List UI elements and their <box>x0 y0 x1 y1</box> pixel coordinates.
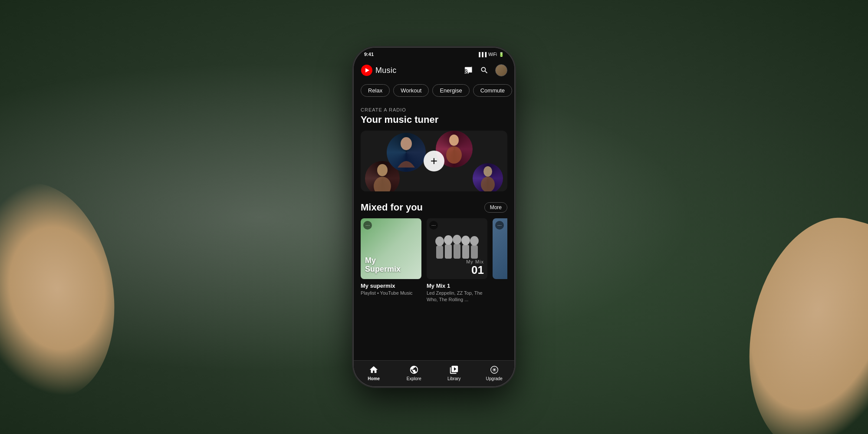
svg-point-6 <box>446 146 462 164</box>
radio-banner[interactable]: + <box>361 131 507 191</box>
status-time: 9:41 <box>364 52 374 57</box>
svg-point-4 <box>401 137 412 150</box>
mix1-subtitle: Led Zeppelin, ZZ Top, The Who, The Rolli… <box>427 290 487 303</box>
card-mix1[interactable]: ⋯ <box>427 218 487 303</box>
chip-relax[interactable]: Relax <box>361 84 390 97</box>
svg-point-8 <box>481 177 495 192</box>
nav-home[interactable]: Home <box>354 365 394 381</box>
phone-shell: 9:41 ▐▐▐ WiFi 🔋 Music <box>354 48 514 386</box>
nav-library-label: Library <box>447 376 461 381</box>
svg-rect-18 <box>471 245 478 259</box>
app-title: Music <box>375 66 397 75</box>
person-silhouette-2 <box>387 133 426 172</box>
svg-point-7 <box>483 166 492 177</box>
phone-screen: 9:41 ▐▐▐ WiFi 🔋 Music <box>354 48 514 386</box>
supermix-title: My supermix <box>361 283 421 289</box>
nav-library[interactable]: Library <box>434 365 474 381</box>
person-silhouette-4 <box>473 163 503 191</box>
notch <box>408 48 460 60</box>
svg-rect-10 <box>436 246 443 259</box>
svg-point-9 <box>435 237 444 246</box>
supermix-dot-menu[interactable]: ⋯ <box>363 221 372 230</box>
mix1-title: My Mix 1 <box>427 283 487 289</box>
vinyl-4 <box>473 163 503 191</box>
chip-workout[interactable]: Workout <box>393 84 429 97</box>
more-button[interactable]: More <box>484 202 507 213</box>
supermix-thumb: ⋯ My Supermix <box>361 218 421 279</box>
create-radio-button[interactable]: + <box>424 151 444 171</box>
radio-section: CREATE A RADIO Your music tuner <box>354 100 514 195</box>
status-icons: ▐▐▐ WiFi 🔋 <box>477 52 504 57</box>
mix1-number: 01 <box>466 264 484 276</box>
cast-button[interactable] <box>464 66 473 75</box>
mix1-thumb: ⋯ <box>427 218 487 279</box>
mix2-dot-menu[interactable]: ⋯ <box>495 221 504 230</box>
radio-title: Your music tuner <box>361 114 507 125</box>
main-content[interactable]: CREATE A RADIO Your music tuner <box>354 100 514 375</box>
svg-rect-12 <box>445 244 452 259</box>
wifi-icon: WiFi <box>488 52 497 57</box>
mixed-section: Mixed for you More ⋯ My Supermix My <box>354 195 514 309</box>
svg-point-17 <box>470 236 479 246</box>
mixed-title: Mixed for you <box>361 202 423 213</box>
nav-explore[interactable]: Explore <box>394 365 434 381</box>
svg-rect-14 <box>454 244 460 259</box>
nav-upgrade-label: Upgrade <box>486 376 503 381</box>
svg-point-5 <box>449 135 459 146</box>
svg-point-3 <box>374 177 391 192</box>
nav-upgrade[interactable]: Upgrade <box>474 365 515 381</box>
svg-point-11 <box>444 235 453 245</box>
upgrade-icon <box>489 365 500 375</box>
svg-point-2 <box>377 164 388 176</box>
mixed-section-header: Mixed for you More <box>361 202 507 213</box>
home-icon <box>368 365 379 375</box>
user-avatar[interactable] <box>495 64 507 76</box>
explore-icon <box>409 365 419 375</box>
radio-eyebrow: CREATE A RADIO <box>361 107 507 112</box>
chip-energise[interactable]: Energise <box>432 84 469 97</box>
library-icon <box>449 365 459 375</box>
yt-music-logo[interactable]: Music <box>361 64 397 76</box>
battery-icon: 🔋 <box>499 52 504 57</box>
vinyl-2 <box>387 133 426 172</box>
svg-point-13 <box>453 235 461 244</box>
supermix-thumb-text: My Supermix <box>365 256 401 274</box>
card-mix2[interactable]: ⋯ <box>493 218 507 303</box>
bottom-nav: Home Explore Library <box>354 360 514 386</box>
search-button[interactable] <box>480 66 489 75</box>
signal-icon: ▐▐▐ <box>477 52 487 57</box>
svg-rect-16 <box>462 245 469 259</box>
youtube-music-icon <box>361 64 373 76</box>
nav-home-label: Home <box>368 376 380 381</box>
nav-explore-label: Explore <box>407 376 421 381</box>
filter-chips-container: Relax Workout Energise Commute <box>354 81 514 100</box>
mixed-cards-row[interactable]: ⋯ My Supermix My supermix Playlist • You… <box>361 218 507 305</box>
svg-point-21 <box>493 369 495 371</box>
supermix-subtitle: Playlist • YouTube Music <box>361 290 421 296</box>
app-header: Music <box>354 61 514 81</box>
header-actions <box>464 64 507 76</box>
svg-point-15 <box>461 236 470 245</box>
chip-commute[interactable]: Commute <box>473 84 512 97</box>
card-supermix[interactable]: ⋯ My Supermix My supermix Playlist • You… <box>361 218 421 303</box>
mix2-thumb: ⋯ <box>493 218 507 279</box>
